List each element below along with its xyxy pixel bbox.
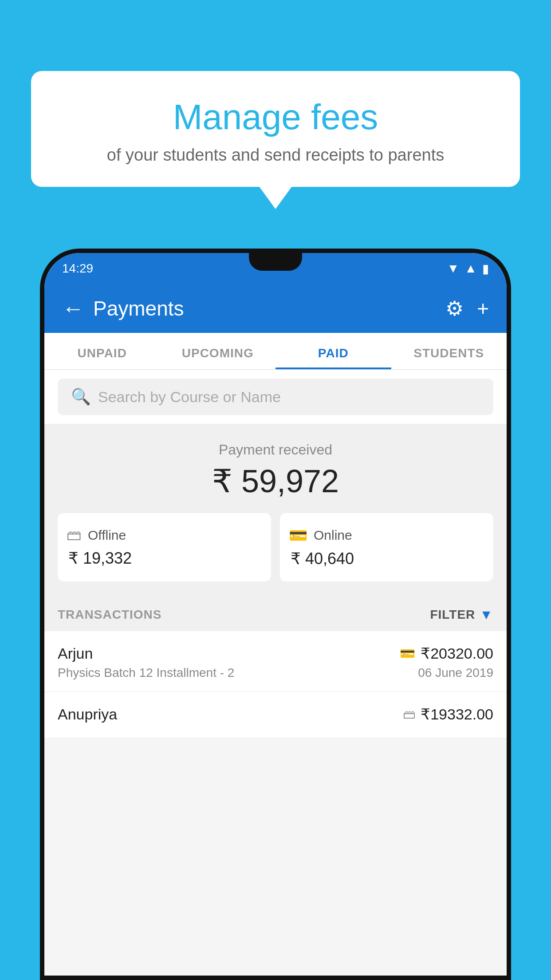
tabs-bar: UNPAID UPCOMING PAID STUDENTS: [44, 333, 507, 370]
online-label: Online: [314, 528, 352, 543]
speech-bubble: Manage fees of your students and send re…: [31, 71, 520, 187]
transaction-row1: Anupriya 🗃 ₹19332.00: [58, 705, 493, 723]
offline-card-header: 🗃 Offline: [67, 526, 262, 544]
settings-button[interactable]: ⚙: [445, 296, 464, 320]
search-placeholder: Search by Course or Name: [98, 388, 281, 406]
back-button[interactable]: ←: [62, 296, 84, 321]
phone-frame: 14:29 ▼ ▲ ▮ ← Payments ⚙ + UNPAID UPCOMI…: [40, 249, 511, 980]
app-bar: ← Payments ⚙ +: [44, 284, 507, 333]
app-title: Payments: [93, 296, 445, 320]
online-amount: ₹ 40,640: [289, 549, 484, 568]
transaction-name: Anupriya: [58, 706, 117, 723]
app-bar-actions: ⚙ +: [445, 296, 489, 320]
online-card-header: 💳 Online: [289, 526, 484, 544]
bubble-title: Manage fees: [53, 98, 498, 137]
table-row[interactable]: Arjun 💳 ₹20320.00 Physics Batch 12 Insta…: [44, 631, 507, 692]
offline-amount: ₹ 19,332: [67, 549, 262, 568]
payment-cards: 🗃 Offline ₹ 19,332 💳 Online ₹ 40,640: [58, 513, 493, 581]
transaction-amount: ₹19332.00: [421, 705, 493, 723]
transaction-course: Physics Batch 12 Installment - 2: [58, 666, 234, 680]
transaction-date: 06 June 2019: [418, 666, 493, 680]
transaction-amount: ₹20320.00: [421, 644, 493, 662]
add-button[interactable]: +: [477, 296, 489, 320]
transaction-name: Arjun: [58, 645, 93, 662]
status-bar: 14:29 ▼ ▲ ▮: [44, 253, 507, 284]
filter-icon: ▼: [480, 607, 493, 622]
offline-payment-icon: 🗃: [403, 707, 415, 722]
online-card: 💳 Online ₹ 40,640: [280, 513, 493, 581]
bubble-subtitle: of your students and send receipts to pa…: [53, 146, 498, 165]
offline-label: Offline: [88, 528, 126, 543]
transaction-row2: Physics Batch 12 Installment - 2 06 June…: [58, 666, 493, 680]
online-icon: 💳: [289, 526, 307, 544]
offline-icon: 🗃: [67, 526, 82, 544]
search-container: 🔍 Search by Course or Name: [44, 370, 507, 424]
transaction-amount-wrap: 💳 ₹20320.00: [400, 644, 493, 662]
tab-paid[interactable]: PAID: [276, 333, 391, 369]
transactions-list: Arjun 💳 ₹20320.00 Physics Batch 12 Insta…: [44, 631, 507, 739]
filter-button[interactable]: FILTER ▼: [430, 607, 493, 622]
payment-section: Payment received ₹ 59,972 🗃 Offline ₹ 19…: [44, 424, 507, 595]
status-time: 14:29: [62, 261, 93, 276]
phone-inner: 14:29 ▼ ▲ ▮ ← Payments ⚙ + UNPAID UPCOMI…: [44, 253, 507, 976]
search-box[interactable]: 🔍 Search by Course or Name: [58, 379, 493, 415]
tab-unpaid[interactable]: UNPAID: [44, 333, 160, 369]
tab-upcoming[interactable]: UPCOMING: [160, 333, 276, 369]
payment-received-label: Payment received: [58, 442, 493, 458]
tab-students[interactable]: STUDENTS: [391, 333, 507, 369]
card-payment-icon: 💳: [400, 646, 415, 661]
battery-icon: ▮: [482, 261, 489, 276]
transaction-amount-wrap: 🗃 ₹19332.00: [403, 705, 493, 723]
offline-card: 🗃 Offline ₹ 19,332: [58, 513, 271, 581]
status-icons: ▼ ▲ ▮: [447, 261, 489, 276]
transactions-header: TRANSACTIONS FILTER ▼: [44, 595, 507, 631]
notch-cutout: [249, 253, 302, 271]
search-icon: 🔍: [71, 387, 91, 406]
transaction-row1: Arjun 💳 ₹20320.00: [58, 644, 493, 662]
table-row[interactable]: Anupriya 🗃 ₹19332.00: [44, 692, 507, 739]
filter-label: FILTER: [430, 608, 475, 622]
wifi-icon: ▼: [447, 261, 460, 276]
payment-total-amount: ₹ 59,972: [58, 462, 493, 500]
signal-icon: ▲: [464, 261, 477, 276]
transactions-label: TRANSACTIONS: [58, 608, 161, 622]
